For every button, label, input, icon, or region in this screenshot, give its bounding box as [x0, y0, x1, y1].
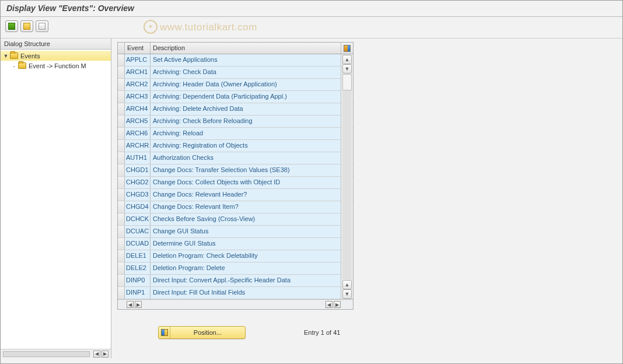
vscroll-up-top[interactable]: ▲: [342, 55, 352, 64]
cell-description: Archiving: Check Data: [150, 66, 341, 78]
scrollbar-track[interactable]: [3, 351, 90, 357]
cell-event: DCUAD: [125, 238, 150, 250]
table-row[interactable]: APPLCSet Active Applications: [118, 54, 353, 66]
tree-expand-icon[interactable]: ▼: [3, 53, 9, 59]
row-selector[interactable]: [118, 214, 125, 225]
row-selector[interactable]: [118, 152, 125, 164]
row-selector[interactable]: [118, 275, 125, 286]
table-yellow-icon: [23, 23, 30, 30]
column-header-event[interactable]: Event: [125, 43, 150, 54]
row-selector[interactable]: [118, 250, 125, 262]
table-footer: Position... Entry 1 of 41: [117, 326, 618, 339]
row-selector[interactable]: [118, 189, 125, 201]
cell-event: CHGD3: [125, 189, 150, 201]
tree-node-events[interactable]: ▼ Events: [1, 51, 111, 61]
row-selector[interactable]: [118, 140, 125, 152]
row-selector[interactable]: [118, 103, 125, 115]
table-row[interactable]: AUTH1Authorization Checks: [118, 152, 353, 164]
toolbar-button-2[interactable]: [20, 20, 33, 32]
row-selector[interactable]: [118, 79, 125, 90]
page-title: Display View "Events": Overview: [1, 1, 622, 17]
table-row[interactable]: ARCH4Archiving: Delete Archived Data: [118, 103, 353, 116]
table-row[interactable]: CHGD2Change Docs: Collect Objects with O…: [118, 177, 353, 189]
row-selector[interactable]: [118, 66, 125, 78]
toolbar-button-3[interactable]: [36, 20, 48, 32]
tree-node-event-function[interactable]: · Event -> Function M: [1, 61, 111, 71]
scroll-left-icon[interactable]: ◀: [93, 351, 100, 358]
table-row[interactable]: ARCH1Archiving: Check Data: [118, 66, 353, 79]
hscroll-right-1[interactable]: ▶: [135, 301, 142, 308]
table-header: Event Description: [118, 43, 353, 54]
cell-description: Change Docs: Transfer Selection Values (…: [150, 164, 341, 176]
row-selector[interactable]: [118, 238, 125, 250]
vscroll-up-bottom[interactable]: ▲: [342, 280, 352, 289]
cell-event: APPLC: [125, 54, 150, 66]
cell-description: Archiving: Dependent Data (Participating…: [150, 91, 341, 103]
tree-node-label: Events: [20, 52, 40, 60]
row-selector[interactable]: [118, 201, 125, 213]
cell-description: Deletion Program: Delete: [150, 262, 341, 274]
position-button[interactable]: Position...: [158, 326, 246, 339]
table-row[interactable]: CHGD4Change Docs: Relevant Item?: [118, 201, 353, 214]
cell-event: CHGD2: [125, 177, 150, 188]
table-row[interactable]: ARCHRArchiving: Registration of Objects: [118, 140, 353, 152]
table-row[interactable]: DCUADDetermine GUI Status: [118, 238, 353, 250]
table-row[interactable]: DINP1Direct Input: Fill Out Initial Fiel…: [118, 287, 353, 299]
table-vertical-scrollbar[interactable]: ▲ ▼ ▲ ▼: [342, 55, 352, 299]
table-row[interactable]: DCHCKChecks Before Saving (Cross-View): [118, 214, 353, 226]
toolbar-button-1[interactable]: [5, 20, 18, 32]
vscroll-down-bottom[interactable]: ▼: [342, 289, 352, 299]
cell-description: Archiving: Header Data (Owner Applicatio…: [150, 79, 341, 90]
position-icon: [159, 327, 170, 338]
vscroll-down-top[interactable]: ▼: [342, 64, 352, 74]
row-selector[interactable]: [118, 164, 125, 176]
row-selector[interactable]: [118, 226, 125, 237]
cell-event: CHGD1: [125, 164, 150, 176]
column-header-description[interactable]: Description: [150, 43, 341, 54]
tree-body: ▼ Events · Event -> Function M: [1, 50, 111, 349]
column-selector[interactable]: [118, 43, 125, 54]
table-row[interactable]: ARCH5Archiving: Check Before Reloading: [118, 116, 353, 128]
table-horizontal-scrollbar: ◀ ▶ ◀ ▶: [118, 299, 353, 309]
cell-description: Archiving: Check Before Reloading: [150, 116, 341, 127]
cell-event: DCUAC: [125, 226, 150, 237]
row-selector[interactable]: [118, 91, 125, 103]
table-configure-button[interactable]: [341, 43, 353, 54]
table-row[interactable]: DINP0Direct Input: Convert Appl.-Specifi…: [118, 275, 353, 287]
row-selector[interactable]: [118, 54, 125, 66]
tree-node-label: Event -> Function M: [29, 62, 86, 69]
table-row[interactable]: ARCH6Archiving: Reload: [118, 128, 353, 140]
cell-description: Change Docs: Relevant Header?: [150, 189, 341, 201]
vscroll-track[interactable]: [342, 74, 352, 279]
table-row[interactable]: CHGD3Change Docs: Relevant Header?: [118, 189, 353, 201]
cell-description: Change GUI Status: [150, 226, 341, 237]
table-row[interactable]: DCUACChange GUI Status: [118, 226, 353, 238]
cell-description: Change Docs: Collect Objects with Object…: [150, 177, 341, 188]
dialog-structure-panel: Dialog Structure ▼ Events · Event -> Fun…: [1, 38, 111, 358]
row-selector[interactable]: [118, 177, 125, 188]
scroll-right-icon[interactable]: ▶: [102, 351, 108, 358]
hscroll-left-1[interactable]: ◀: [127, 301, 134, 308]
entry-count-label: Entry 1 of 41: [304, 329, 340, 336]
hscroll-right-2[interactable]: ▶: [334, 301, 341, 308]
table-row[interactable]: DELE2Deletion Program: Delete: [118, 262, 353, 275]
cell-description: Checks Before Saving (Cross-View): [150, 214, 341, 225]
cell-event: ARCH4: [125, 103, 150, 115]
cell-description: Deletion Program: Check Deletability: [150, 250, 341, 262]
vscroll-thumb[interactable]: [342, 74, 352, 90]
table-white-icon: [38, 23, 46, 30]
row-selector[interactable]: [118, 262, 125, 274]
table-green-icon: [8, 23, 15, 30]
cell-description: Archiving: Registration of Objects: [150, 140, 341, 152]
table-row[interactable]: ARCH2Archiving: Header Data (Owner Appli…: [118, 79, 353, 91]
table-row[interactable]: ARCH3Archiving: Dependent Data (Particip…: [118, 91, 353, 103]
table-row[interactable]: CHGD1Change Docs: Transfer Selection Val…: [118, 164, 353, 177]
cell-description: Direct Input: Convert Appl.-Specific Hea…: [150, 275, 341, 286]
table-row[interactable]: DELE1Deletion Program: Check Deletabilit…: [118, 250, 353, 262]
row-selector[interactable]: [118, 116, 125, 127]
hscroll-left-2[interactable]: ◀: [326, 301, 332, 308]
row-selector[interactable]: [118, 128, 125, 139]
row-selector[interactable]: [118, 287, 125, 299]
cell-event: DINP0: [125, 275, 150, 286]
tree-horizontal-scrollbar[interactable]: ◀ ▶: [1, 349, 111, 358]
